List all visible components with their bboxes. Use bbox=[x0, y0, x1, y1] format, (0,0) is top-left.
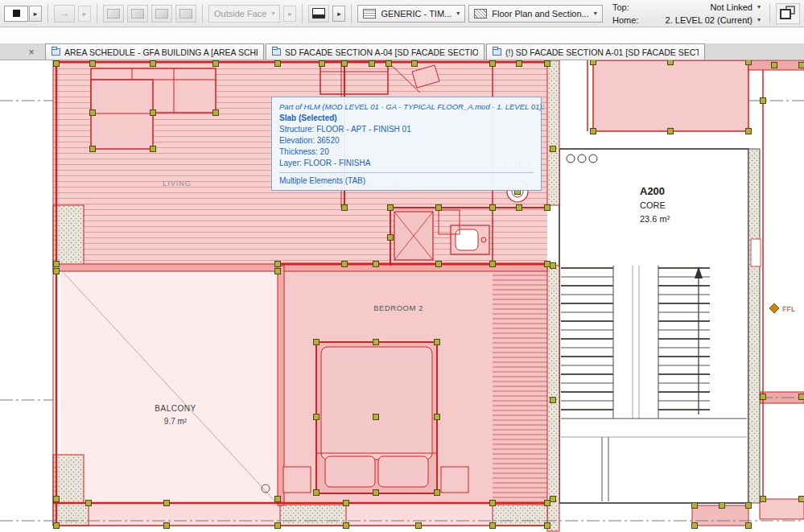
quick-options-button[interactable] bbox=[776, 3, 800, 24]
close-tab-button[interactable]: × bbox=[24, 45, 39, 60]
ffl-marker: FFL bbox=[769, 303, 795, 313]
building-material-label: GENERIC - TIM... bbox=[381, 9, 451, 19]
toolbar-separator bbox=[202, 4, 203, 23]
top-link-label: Top: bbox=[612, 2, 645, 12]
view-tab-icon bbox=[52, 48, 60, 56]
info-tag-header: Part of HLM (MOD LEVEL 01 - GA - TYPICAL… bbox=[279, 101, 534, 113]
reference-plane-expand-button[interactable]: ▸ bbox=[283, 6, 296, 22]
side-table bbox=[283, 467, 311, 493]
balcony-label: BALCONY bbox=[155, 404, 196, 413]
info-box-toolbar: ▸ → ▸ Outside Face ▾ ▸ ▸ GENERIC - TIM..… bbox=[0, 0, 804, 27]
drawing-canvas[interactable]: FFL LIVING KITCHEN BEDROOM 2 BALCONY 9.7… bbox=[0, 60, 804, 532]
toolbar-separator bbox=[351, 4, 352, 23]
move-node-expand-button[interactable]: ▸ bbox=[78, 6, 91, 22]
building-material-dropdown[interactable]: GENERIC - TIM... ▾ bbox=[357, 5, 465, 23]
side-table bbox=[441, 467, 468, 493]
toolbar-separator bbox=[47, 4, 48, 23]
view-tab-icon bbox=[272, 48, 281, 56]
move-node-icon[interactable]: → bbox=[54, 5, 75, 23]
sofa-vertical bbox=[91, 80, 153, 149]
info-tag-element: Slab (Selected) bbox=[279, 113, 534, 124]
solid-op-icon-2[interactable] bbox=[127, 5, 148, 23]
slab-face-expand-button[interactable]: ▸ bbox=[332, 6, 345, 22]
tab-facade-section-a01[interactable]: (!) SD FACADE SECTION A-01 [SD FACADE SE… bbox=[486, 43, 705, 60]
selection-dropdown[interactable] bbox=[4, 6, 28, 22]
reference-plane-dropdown[interactable]: Outside Face ▾ bbox=[208, 5, 280, 23]
core-name-label: CORE bbox=[640, 200, 666, 210]
pillow bbox=[378, 456, 428, 487]
balcony-area-label: 9.7 m² bbox=[164, 417, 188, 426]
tab-bar: × AREA SCHEDULE - GFA BUILDING A [AREA S… bbox=[0, 43, 804, 60]
reference-plane-label: Outside Face bbox=[214, 9, 266, 19]
top-link-value: Not Linked bbox=[649, 2, 752, 12]
ffl-label: FFL bbox=[782, 305, 795, 313]
info-tag-thickness: Thickness: 20 bbox=[279, 146, 534, 158]
pillow bbox=[325, 456, 375, 487]
core-area-label: 23.6 m² bbox=[640, 214, 670, 224]
element-info-tooltip: Part of HLM (MOD LEVEL 01 - GA - TYPICAL… bbox=[271, 97, 542, 191]
solid-op-icon-4[interactable] bbox=[175, 5, 196, 23]
chevron-down-icon: ▾ bbox=[271, 10, 274, 17]
toolbar-separator bbox=[97, 4, 97, 23]
fill-display-label: Floor Plan and Section... bbox=[492, 9, 588, 19]
archicad-window: ▸ → ▸ Outside Face ▾ ▸ ▸ GENERIC - TIM..… bbox=[0, 0, 804, 532]
solid-op-icon-1[interactable] bbox=[103, 5, 124, 23]
slab-face-icon[interactable] bbox=[308, 5, 329, 23]
toolbar-separator bbox=[302, 4, 303, 23]
home-story-row[interactable]: Home: 2. LEVEL 02 (Current) ▾ bbox=[612, 14, 761, 26]
home-story-value: 2. LEVEL 02 (Current) bbox=[649, 15, 752, 25]
living-label: LIVING bbox=[163, 179, 192, 188]
view-tab-icon bbox=[493, 48, 501, 56]
bedroom-label: BEDROOM 2 bbox=[373, 303, 423, 312]
chevron-down-icon: ▾ bbox=[757, 3, 761, 10]
info-tag-layer: Layer: FLOOR - FINISHA bbox=[279, 158, 534, 169]
fill-display-dropdown[interactable]: Floor Plan and Section... ▾ bbox=[468, 5, 602, 23]
info-tag-elevation: Elevation: 36520 bbox=[279, 135, 534, 146]
chevron-down-icon: ▾ bbox=[757, 16, 761, 23]
toolbar-separator bbox=[769, 4, 770, 23]
selection-expand-button[interactable]: ▸ bbox=[29, 6, 42, 22]
quick-options-icon bbox=[779, 6, 797, 22]
top-link-row[interactable]: Top: Not Linked ▾ bbox=[612, 1, 761, 13]
fill-display-icon bbox=[474, 9, 487, 19]
toolbar-gap bbox=[0, 27, 804, 43]
home-story-label: Home: bbox=[612, 15, 645, 25]
building-material-icon bbox=[363, 9, 376, 19]
solid-op-icon-3[interactable] bbox=[151, 5, 172, 23]
tab-area-schedule[interactable]: AREA SCHEDULE - GFA BUILDING A [AREA SCH… bbox=[45, 43, 264, 60]
selection-chip-icon bbox=[13, 10, 20, 17]
info-tag-structure: Structure: FLOOR - APT - FINISH 01 bbox=[279, 124, 534, 135]
chevron-down-icon: ▾ bbox=[456, 10, 460, 17]
tab-facade-section-a04[interactable]: SD FACADE SECTION A-04 [SD FACADE SECTIO… bbox=[266, 43, 484, 60]
core-id-label: A200 bbox=[640, 185, 665, 197]
info-tag-footer[interactable]: Multiple Elements (TAB) bbox=[279, 172, 534, 187]
link-settings: Top: Not Linked ▾ Home: 2. LEVEL 02 (Cur… bbox=[612, 1, 764, 26]
chevron-down-icon: ▾ bbox=[594, 10, 597, 17]
